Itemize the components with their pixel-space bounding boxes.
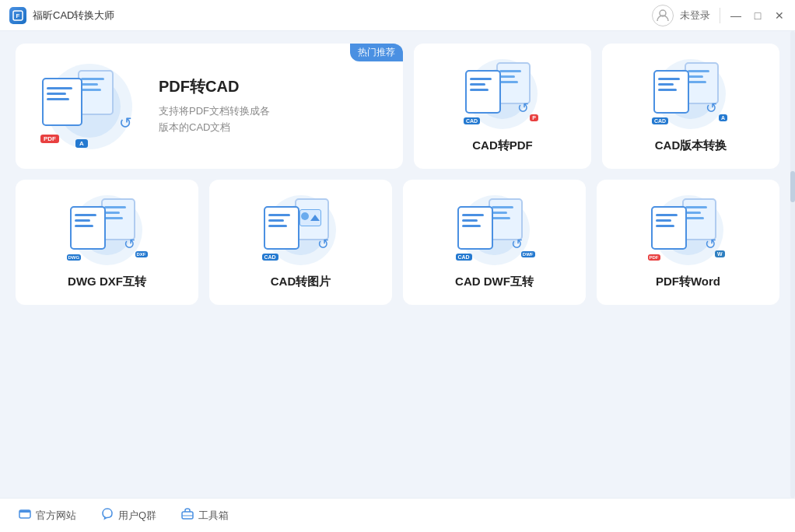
toolbox-link[interactable]: 工具箱 xyxy=(181,508,229,523)
card-cad-to-pdf-title: CAD转PDF xyxy=(472,138,533,153)
card-cad-image-title: CAD转图片 xyxy=(271,275,331,289)
scroll-thumb[interactable] xyxy=(790,171,795,202)
bottom-bar: 官方网站 用户Q群 工具箱 xyxy=(0,498,795,532)
maximize-button[interactable]: □ xyxy=(751,9,764,22)
title-divider xyxy=(720,8,720,23)
main-content: 热门推荐 A xyxy=(0,31,795,498)
qq-group-icon xyxy=(101,508,114,523)
user-area: 未登录 xyxy=(652,5,710,26)
close-button[interactable]: ✕ xyxy=(773,9,786,22)
user-avatar-icon xyxy=(652,5,674,26)
card-dwg-dxf[interactable]: DXF DWG ↺ DWG DXF互转 xyxy=(16,180,198,305)
card-cad-version-title: CAD版本转换 xyxy=(655,138,727,153)
card-cad-to-pdf[interactable]: P CAD ↺ CAD转PDF xyxy=(414,44,591,169)
svg-rect-4 xyxy=(19,510,30,513)
featured-card-title: PDF转CAD xyxy=(159,76,270,97)
user-login-label[interactable]: 未登录 xyxy=(680,9,710,23)
hot-badge: 热门推荐 xyxy=(350,44,403,61)
grid-row-1: 热门推荐 A xyxy=(16,44,779,169)
card-pdf-word-title: PDF转Word xyxy=(656,275,720,289)
app-logo: F xyxy=(9,7,26,24)
toolbox-icon xyxy=(181,508,194,523)
qq-group-link[interactable]: 用户Q群 xyxy=(101,508,156,523)
app-title: 福昕CAD转换大师 xyxy=(33,9,652,23)
scrollbar[interactable] xyxy=(790,31,795,498)
official-site-link[interactable]: 官方网站 xyxy=(19,508,76,523)
card-cad-version[interactable]: A CAD ↺ CAD版本转换 xyxy=(602,44,779,169)
official-site-label: 官方网站 xyxy=(36,509,76,523)
card-cad-image[interactable]: CAD ↺ CAD转图片 xyxy=(209,180,392,305)
card-cad-dwf-title: CAD DWF互转 xyxy=(455,275,534,289)
card-pdf-word[interactable]: W PDF ↺ PDF转Word xyxy=(597,180,779,305)
card-cad-dwf[interactable]: DWF CAD ↺ CAD DWF互转 xyxy=(403,180,586,305)
card-pdf-to-cad[interactable]: 热门推荐 A xyxy=(16,44,403,169)
window-controls: — □ ✕ xyxy=(730,9,786,22)
minimize-button[interactable]: — xyxy=(730,9,742,22)
official-site-icon xyxy=(19,508,31,523)
qq-group-label: 用户Q群 xyxy=(118,509,156,523)
toolbox-label: 工具箱 xyxy=(198,509,229,523)
card-dwg-dxf-title: DWG DXF互转 xyxy=(68,275,146,289)
title-bar: F 福昕CAD转换大师 未登录 — □ ✕ xyxy=(0,0,795,31)
grid-row-2: DXF DWG ↺ DWG DXF互转 xyxy=(16,180,779,305)
svg-text:F: F xyxy=(16,12,20,19)
featured-card-text: PDF转CAD 支持将PDF文档转换成各 版本的CAD文档 xyxy=(159,76,270,136)
featured-card-desc: 支持将PDF文档转换成各 版本的CAD文档 xyxy=(159,103,270,136)
